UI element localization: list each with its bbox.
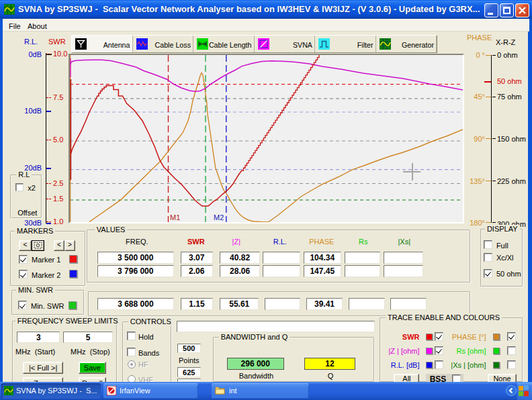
svg-text:M2: M2 [214,213,224,221]
svg-text:M1: M1 [170,213,180,221]
